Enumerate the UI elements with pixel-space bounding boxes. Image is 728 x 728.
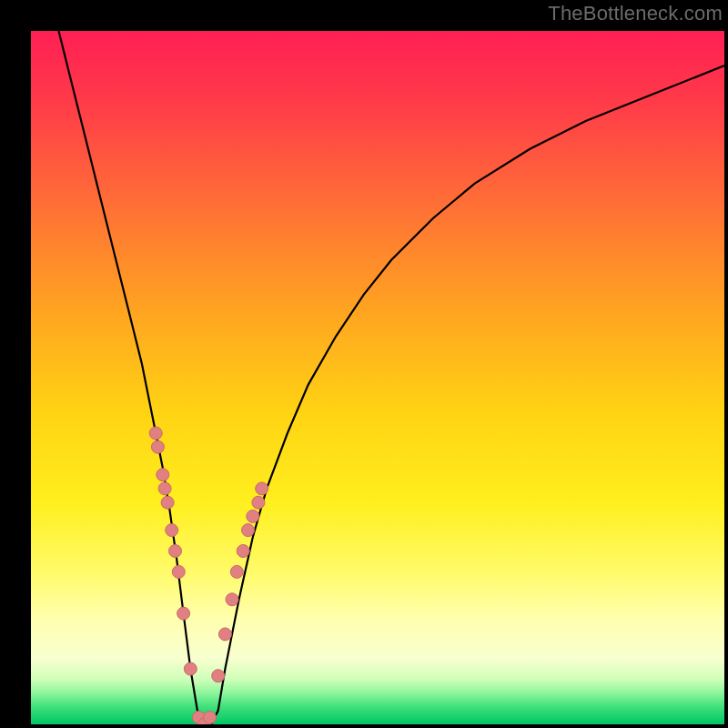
data-point — [151, 440, 164, 453]
data-point — [157, 469, 169, 481]
data-point — [218, 628, 231, 641]
data-point — [256, 482, 268, 495]
data-point — [252, 496, 265, 509]
data-point — [184, 662, 197, 675]
data-point — [237, 545, 249, 558]
data-point — [158, 482, 171, 495]
data-point — [230, 565, 243, 578]
data-point — [226, 593, 238, 606]
data-point — [172, 565, 185, 578]
data-point — [149, 427, 162, 440]
chart-svg — [31, 31, 724, 724]
data-point — [247, 510, 259, 522]
data-point — [169, 545, 182, 558]
data-point — [177, 607, 190, 620]
watermark-text: TheBottleneck.com — [548, 2, 723, 25]
data-point — [166, 524, 178, 537]
plot-area — [31, 31, 724, 724]
data-point — [204, 711, 217, 723]
data-point — [242, 524, 255, 537]
chart-frame: TheBottleneck.com — [0, 0, 728, 728]
data-point — [212, 670, 225, 682]
gradient-background — [31, 31, 724, 724]
data-point — [161, 496, 174, 509]
